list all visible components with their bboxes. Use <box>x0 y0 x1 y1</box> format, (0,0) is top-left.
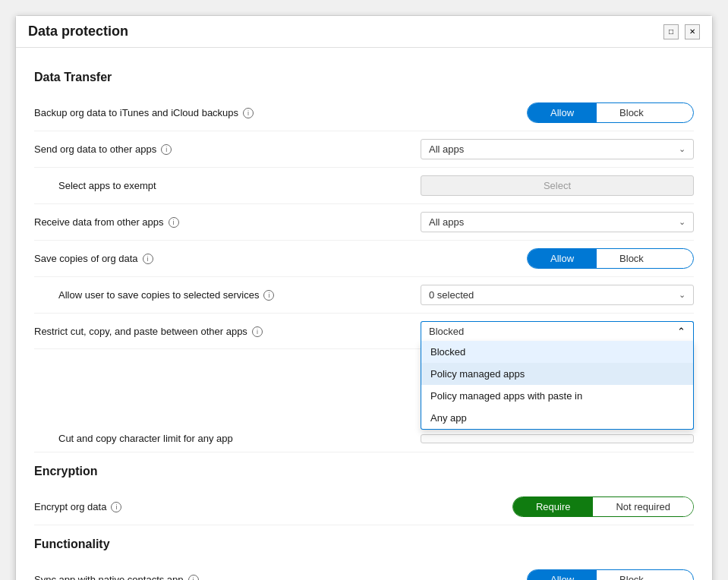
cut-copy-limit-control <box>421 434 694 443</box>
receive-data-row: Receive data from other apps i All apps … <box>34 204 694 241</box>
restrict-cut-copy-info-icon[interactable]: i <box>252 326 263 337</box>
dropdown-item-any-app[interactable]: Any app <box>421 407 693 429</box>
send-org-data-value: All apps <box>429 143 464 155</box>
sync-allow-option[interactable]: Allow <box>528 570 597 580</box>
select-apps-exempt-row: Select apps to exempt Select <box>34 168 694 204</box>
dropdown-item-blocked[interactable]: Blocked <box>421 341 693 363</box>
sync-block-option[interactable]: Block <box>597 570 667 580</box>
restrict-cut-copy-row: Restrict cut, copy, and paste between ot… <box>34 314 694 349</box>
encrypt-org-data-label: Encrypt org data i <box>34 501 421 512</box>
window-controls: □ ✕ <box>663 24 700 39</box>
select-apps-exempt-button[interactable]: Select <box>421 175 694 196</box>
send-org-data-chevron: ⌄ <box>679 144 685 154</box>
backup-org-data-label: Backup org data to iTunes and iCloud bac… <box>34 107 421 118</box>
save-copies-toggle[interactable]: Allow Block <box>527 248 694 269</box>
restrict-cut-copy-chevron: ⌃ <box>677 326 685 337</box>
restrict-cut-copy-dropdown-container: Blocked ⌃ Blocked Policy managed apps Po… <box>421 321 694 341</box>
content-area: Data Transfer Backup org data to iTunes … <box>16 48 712 580</box>
save-copies-row: Save copies of org data i Allow Block <box>34 241 694 277</box>
sync-contacts-toggle[interactable]: Allow Block <box>527 569 694 580</box>
allow-user-save-info-icon[interactable]: i <box>263 290 274 301</box>
window-title: Data protection <box>28 24 128 39</box>
sync-contacts-control: Allow Block <box>421 569 694 580</box>
cut-copy-limit-input[interactable] <box>421 434 694 443</box>
allow-user-save-label: Allow user to save copies to selected se… <box>58 289 421 301</box>
send-org-data-label: Send org data to other apps i <box>34 143 421 155</box>
backup-org-data-control: Allow Block <box>421 102 694 123</box>
send-org-data-dropdown[interactable]: All apps ⌄ <box>421 139 694 159</box>
allow-user-save-chevron: ⌄ <box>679 290 685 300</box>
backup-org-data-row: Backup org data to iTunes and iCloud bac… <box>34 95 694 131</box>
backup-org-data-toggle[interactable]: Allow Block <box>527 102 694 123</box>
restrict-cut-copy-dropdown-trigger[interactable]: Blocked ⌃ <box>421 321 694 341</box>
allow-user-save-row: Allow user to save copies to selected se… <box>34 277 694 314</box>
maximize-button[interactable]: □ <box>663 24 679 39</box>
block-option[interactable]: Block <box>597 103 667 122</box>
allow-user-save-dropdown[interactable]: 0 selected ⌄ <box>421 285 694 305</box>
select-button-label: Select <box>544 180 571 191</box>
restrict-cut-copy-label: Restrict cut, copy, and paste between ot… <box>34 321 421 337</box>
cut-copy-limit-label: Cut and copy character limit for any app <box>58 433 421 444</box>
receive-data-info-icon[interactable]: i <box>169 217 179 228</box>
restrict-cut-copy-dropdown-list: Blocked Policy managed apps Policy manag… <box>421 341 694 430</box>
receive-data-label: Receive data from other apps i <box>34 216 421 228</box>
sync-contacts-row: Sync app with native contacts app i Allo… <box>34 562 694 580</box>
select-apps-exempt-control: Select <box>421 175 694 196</box>
send-org-data-control: All apps ⌄ <box>421 139 694 159</box>
send-org-data-row: Send org data to other apps i All apps ⌄ <box>34 131 694 168</box>
sync-contacts-info-icon[interactable]: i <box>188 575 199 581</box>
restrict-cut-copy-value: Blocked <box>429 326 464 337</box>
dropdown-item-policy-managed-paste[interactable]: Policy managed apps with paste in <box>421 385 693 407</box>
save-copies-info-icon[interactable]: i <box>143 254 153 264</box>
allow-user-save-value: 0 selected <box>429 289 474 301</box>
receive-data-chevron: ⌄ <box>679 217 685 227</box>
receive-data-value: All apps <box>429 216 464 228</box>
encrypt-org-data-row: Encrypt org data i Require Not required <box>34 489 694 525</box>
save-copies-label: Save copies of org data i <box>34 253 421 264</box>
encrypt-org-data-info-icon[interactable]: i <box>111 502 121 512</box>
receive-data-control: All apps ⌄ <box>421 212 694 232</box>
functionality-section-title: Functionality <box>34 537 694 551</box>
save-block-option[interactable]: Block <box>597 249 667 268</box>
backup-org-data-info-icon[interactable]: i <box>243 108 254 118</box>
not-required-option[interactable]: Not required <box>593 497 693 516</box>
data-transfer-section-title: Data Transfer <box>34 71 694 84</box>
data-protection-window: Data protection □ ✕ Data Transfer Backup… <box>15 15 713 580</box>
restrict-cut-copy-control: Blocked ⌃ Blocked Policy managed apps Po… <box>421 321 694 341</box>
dropdown-item-policy-managed[interactable]: Policy managed apps <box>421 363 693 385</box>
save-allow-option[interactable]: Allow <box>528 249 597 268</box>
sync-contacts-label: Sync app with native contacts app i <box>34 574 421 580</box>
encrypt-org-data-toggle[interactable]: Require Not required <box>512 496 694 517</box>
require-option[interactable]: Require <box>513 497 594 516</box>
select-apps-exempt-label: Select apps to exempt <box>58 180 421 191</box>
encrypt-org-data-control: Require Not required <box>421 496 694 517</box>
encryption-section-title: Encryption <box>34 465 694 478</box>
window-titlebar: Data protection □ ✕ <box>16 16 712 48</box>
allow-option[interactable]: Allow <box>528 103 597 122</box>
send-org-data-info-icon[interactable]: i <box>161 144 172 155</box>
close-button[interactable]: ✕ <box>685 24 700 39</box>
save-copies-control: Allow Block <box>421 248 694 269</box>
receive-data-dropdown[interactable]: All apps ⌄ <box>421 212 694 232</box>
allow-user-save-control: 0 selected ⌄ <box>421 285 694 305</box>
